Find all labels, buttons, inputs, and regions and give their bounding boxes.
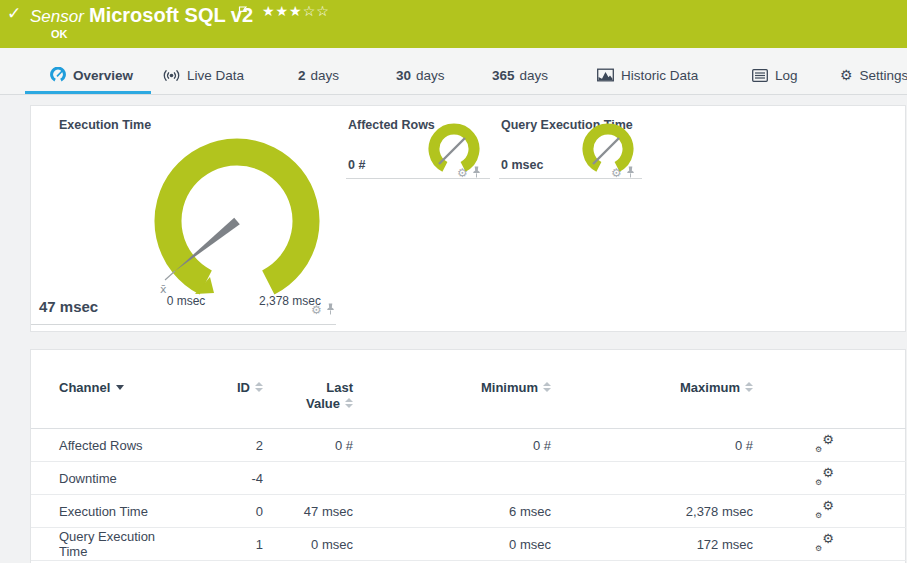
channel-id: 0: [181, 495, 263, 528]
priority-stars[interactable]: ★★★☆☆: [262, 3, 330, 19]
settings-gear-icon: ⚙: [840, 67, 853, 83]
gauge-icon: [50, 67, 66, 83]
channel-settings-gear-icon[interactable]: ⚙: [311, 304, 322, 316]
pin-icon[interactable]: [326, 303, 335, 316]
sensor-header: ✓ Sensor Microsoft SQL v2 ★★★☆☆ OK: [0, 0, 907, 48]
channel-settings-gears-icon[interactable]: ⚙⚙: [815, 435, 834, 452]
channel-id: 1: [181, 528, 263, 561]
mini-gauge-value-affected-rows: 0 #: [348, 158, 365, 172]
channel-name: Affected Rows: [31, 429, 181, 462]
channel-maximum: 0 #: [551, 429, 753, 462]
primary-gauge-separator: [31, 324, 336, 325]
sort-arrows-icon: [745, 382, 753, 392]
tab-30-days[interactable]: 30 days: [396, 65, 445, 85]
gauge-min-label: 0 msec: [151, 294, 221, 308]
column-header-actions: [753, 350, 906, 429]
channel-maximum: 2,378 msec: [551, 495, 753, 528]
sort-arrows-icon: [345, 398, 353, 408]
live-signal-icon: [163, 68, 180, 83]
channel-last-value: 47 msec: [263, 495, 353, 528]
channel-id: -4: [181, 462, 263, 495]
column-header-minimum[interactable]: Minimum: [353, 350, 551, 429]
primary-gauge-value: 47 msec: [39, 298, 98, 315]
tab-overview[interactable]: Overview: [50, 65, 133, 85]
channel-settings-gears-icon[interactable]: ⚙⚙: [815, 468, 834, 485]
priority-flag-icon[interactable]: [238, 4, 248, 22]
log-list-icon: [752, 69, 768, 82]
sort-arrows-icon: [255, 382, 263, 392]
column-header-maximum[interactable]: Maximum: [551, 350, 753, 429]
channel-id: 2: [181, 429, 263, 462]
channel-settings-gear-icon[interactable]: ⚙: [611, 167, 622, 179]
sensor-title: Microsoft SQL v2: [89, 4, 253, 27]
status-ok-check-icon: ✓: [7, 3, 21, 23]
channel-table: Channel ID Last Value Minimum Maximum: [31, 350, 906, 561]
overview-gauges-panel: Execution Time x̄ 0 msec 2,378 msec 47 m…: [30, 105, 906, 332]
tab-2-days[interactable]: 2 days: [298, 65, 339, 85]
column-header-id[interactable]: ID: [181, 350, 263, 429]
tab-365-days[interactable]: 365 days: [492, 65, 548, 85]
tab-historic-data[interactable]: Historic Data: [597, 65, 698, 85]
tab-live-data[interactable]: Live Data: [163, 65, 244, 85]
channel-maximum: 172 msec: [551, 528, 753, 561]
channel-minimum: 0 #: [353, 429, 551, 462]
channel-settings-gear-icon[interactable]: ⚙: [457, 167, 468, 179]
channel-settings-gears-icon[interactable]: ⚙⚙: [815, 534, 834, 551]
column-header-last-value[interactable]: Last Value: [263, 350, 353, 429]
column-header-channel[interactable]: Channel: [31, 350, 181, 429]
channel-minimum: [353, 462, 551, 495]
channel-settings-gears-icon[interactable]: ⚙⚙: [815, 501, 834, 518]
tab-log[interactable]: Log: [752, 65, 798, 85]
table-row-downtime[interactable]: Downtime -4 ⚙⚙: [31, 462, 906, 495]
table-row-affected-rows[interactable]: Affected Rows 2 0 # 0 # 0 # ⚙⚙: [31, 429, 906, 462]
table-row-query-execution-time[interactable]: Query Execution Time 1 0 msec 0 msec 172…: [31, 528, 906, 561]
mini-gauge-separator: [499, 178, 642, 179]
channel-minimum: 6 msec: [353, 495, 551, 528]
execution-time-gauge[interactable]: x̄: [147, 131, 327, 311]
object-kind-label: Sensor: [30, 7, 84, 27]
sort-arrows-icon: [543, 382, 551, 392]
sort-caret-icon: [116, 385, 124, 390]
sensor-status-badge: OK: [51, 28, 68, 40]
channel-minimum: 0 msec: [353, 528, 551, 561]
channel-last-value: 0 msec: [263, 528, 353, 561]
historic-chart-icon: [597, 68, 614, 82]
channel-name: Downtime: [31, 462, 181, 495]
channel-last-value: [263, 462, 353, 495]
channel-table-panel: Channel ID Last Value Minimum Maximum: [30, 349, 906, 563]
mini-gauge-title-affected-rows: Affected Rows: [348, 118, 435, 132]
active-tab-underline: [25, 91, 151, 94]
mini-gauge-value-query-execution-time: 0 msec: [501, 158, 543, 172]
channel-maximum: [551, 462, 753, 495]
channel-name: Execution Time: [31, 495, 181, 528]
primary-gauge-title: Execution Time: [59, 118, 151, 132]
channel-name: Query Execution Time: [31, 528, 181, 561]
table-row-execution-time[interactable]: Execution Time 0 47 msec 6 msec 2,378 ms…: [31, 495, 906, 528]
channel-last-value: 0 #: [263, 429, 353, 462]
tab-settings[interactable]: ⚙ Settings: [840, 65, 907, 85]
sensor-tabbar: Overview Live Data 2 days 30 days 365 da…: [0, 48, 907, 95]
mini-gauge-separator: [346, 178, 490, 179]
